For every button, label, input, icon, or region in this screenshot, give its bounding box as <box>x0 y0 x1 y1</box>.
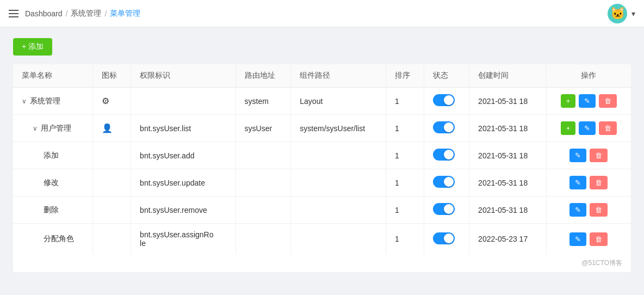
cell-sort: 1 <box>386 142 424 169</box>
cell-actions: ✎🗑 <box>546 224 631 255</box>
cell-menu-name: 分配角色 <box>13 224 93 255</box>
hamburger-menu[interactable] <box>9 10 18 17</box>
edit-button[interactable]: ✎ <box>569 203 586 217</box>
menu-name-label: 修改 <box>44 178 59 188</box>
cell-menu-name: 添加 <box>13 142 93 169</box>
cell-actions: +✎🗑 <box>546 115 631 142</box>
cell-permission <box>131 88 236 115</box>
cell-sort: 1 <box>386 224 424 255</box>
avatar[interactable]: 🐱 <box>608 4 627 23</box>
cell-created: 2022-05-23 17 <box>469 224 547 255</box>
cell-created: 2021-05-31 18 <box>469 196 547 224</box>
cell-sort: 1 <box>386 88 424 115</box>
cell-created: 2021-05-31 18 <box>469 115 547 142</box>
action-buttons: ✎🗑 <box>555 232 622 246</box>
cell-icon <box>93 224 131 255</box>
cell-permission: bnt.sysUser.list <box>131 115 236 142</box>
edit-button[interactable]: ✎ <box>569 176 586 189</box>
menu-name-label: 系统管理 <box>30 96 60 106</box>
breadcrumb: Dashboard / 系统管理 / 菜单管理 <box>25 9 140 19</box>
status-toggle[interactable] <box>433 94 455 106</box>
cell-status <box>424 142 469 169</box>
action-buttons: +✎🗑 <box>555 121 622 135</box>
cell-icon <box>93 169 131 196</box>
menu-name-label: 分配角色 <box>44 234 74 244</box>
cell-sort: 1 <box>386 115 424 142</box>
header-left: Dashboard / 系统管理 / 菜单管理 <box>9 9 140 19</box>
gear-icon: ⚙ <box>102 96 109 106</box>
table-row: 分配角色bnt.sysUser.assignRo le12022-05-23 1… <box>13 224 631 255</box>
status-toggle[interactable] <box>433 232 455 244</box>
cell-route <box>236 224 291 255</box>
cell-created: 2021-05-31 18 <box>469 142 547 169</box>
expand-icon[interactable]: ∨ <box>33 125 38 132</box>
status-toggle[interactable] <box>433 203 455 215</box>
delete-button[interactable]: 🗑 <box>590 176 608 189</box>
cell-status <box>424 196 469 224</box>
edit-button[interactable]: ✎ <box>569 232 586 246</box>
cell-created: 2021-05-31 18 <box>469 169 547 196</box>
status-toggle[interactable] <box>433 176 455 188</box>
cell-permission: bnt.sysUser.remove <box>131 196 236 224</box>
menu-table-container: 菜单名称 图标 权限标识 路由地址 组件路径 排序 状态 创建时间 操作 ∨系统… <box>13 64 631 272</box>
user-dropdown-arrow[interactable]: ▾ <box>631 9 635 18</box>
breadcrumb-current: 菜单管理 <box>110 9 140 19</box>
cell-menu-name: ∨用户管理 <box>13 115 93 142</box>
cell-actions: ✎🗑 <box>546 142 631 169</box>
table-row: 删除bnt.sysUser.remove12021-05-31 18✎🗑 <box>13 196 631 224</box>
breadcrumb-sep1: / <box>66 9 68 18</box>
cell-component <box>291 196 386 224</box>
breadcrumb-dashboard[interactable]: Dashboard <box>25 9 63 18</box>
status-toggle[interactable] <box>433 149 455 161</box>
action-buttons: +✎🗑 <box>555 94 622 108</box>
delete-button[interactable]: 🗑 <box>590 149 608 162</box>
breadcrumb-system[interactable]: 系统管理 <box>71 9 101 19</box>
cell-route <box>236 142 291 169</box>
menu-name-cell: ∨系统管理 <box>22 96 84 106</box>
menu-table: 菜单名称 图标 权限标识 路由地址 组件路径 排序 状态 创建时间 操作 ∨系统… <box>13 64 631 254</box>
delete-button[interactable]: 🗑 <box>599 121 617 135</box>
header-right: 🐱 ▾ <box>608 4 635 23</box>
menu-name-label: 删除 <box>44 205 59 215</box>
action-buttons: ✎🗑 <box>555 176 622 189</box>
cell-icon: ⚙ <box>93 88 131 115</box>
col-sort: 排序 <box>386 64 424 88</box>
edit-button[interactable]: ✎ <box>579 94 596 108</box>
delete-button[interactable]: 🗑 <box>590 232 608 246</box>
add-child-button[interactable]: + <box>561 94 576 108</box>
cell-actions: ✎🗑 <box>546 169 631 196</box>
cell-route: sysUser <box>236 115 291 142</box>
expand-icon[interactable]: ∨ <box>22 97 27 105</box>
edit-button[interactable]: ✎ <box>569 149 586 162</box>
breadcrumb-sep2: / <box>104 9 107 18</box>
col-icon: 图标 <box>93 64 131 88</box>
status-toggle[interactable] <box>433 121 455 133</box>
cell-icon: 👤 <box>93 115 131 142</box>
cell-menu-name: 删除 <box>13 196 93 224</box>
main-content: + 添加 菜单名称 图标 权限标识 路由地址 组件路径 排序 状态 创建时间 操… <box>0 27 644 283</box>
cell-status <box>424 88 469 115</box>
cell-menu-name: 修改 <box>13 169 93 196</box>
add-child-button[interactable]: + <box>561 121 576 135</box>
cell-sort: 1 <box>386 169 424 196</box>
cell-component <box>291 142 386 169</box>
table-row: 修改bnt.sysUser.update12021-05-31 18✎🗑 <box>13 169 631 196</box>
delete-button[interactable]: 🗑 <box>590 203 608 217</box>
menu-name-cell: 修改 <box>22 178 84 188</box>
watermark: @51CTO博客 <box>13 254 631 272</box>
menu-name-cell: 添加 <box>22 151 84 161</box>
menu-name-label: 添加 <box>44 151 59 161</box>
cell-menu-name: ∨系统管理 <box>13 88 93 115</box>
menu-name-cell: 分配角色 <box>22 234 84 244</box>
table-row: 添加bnt.sysUser.add12021-05-31 18✎🗑 <box>13 142 631 169</box>
col-status: 状态 <box>424 64 469 88</box>
avatar-image: 🐱 <box>610 7 625 21</box>
cell-component <box>291 169 386 196</box>
cell-component: Layout <box>291 88 386 115</box>
delete-button[interactable]: 🗑 <box>599 94 617 108</box>
add-menu-button[interactable]: + 添加 <box>13 38 52 56</box>
cell-icon <box>93 196 131 224</box>
edit-button[interactable]: ✎ <box>579 121 596 135</box>
header: Dashboard / 系统管理 / 菜单管理 🐱 ▾ <box>0 0 644 27</box>
cell-permission: bnt.sysUser.assignRo le <box>131 224 236 255</box>
